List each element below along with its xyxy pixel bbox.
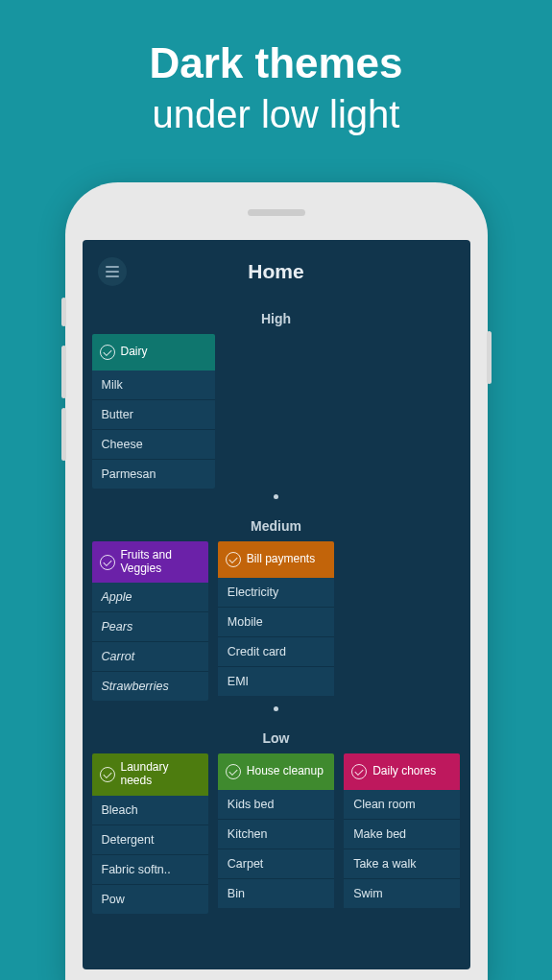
card-title: Daily chores: [372, 765, 436, 778]
list-item[interactable]: Bin: [218, 879, 334, 908]
app-header: Home: [83, 240, 470, 296]
card-daily-chores[interactable]: Daily chores Clean room Make bed Take a …: [344, 753, 460, 914]
card-dairy[interactable]: Dairy Milk Butter Cheese Parmesan: [92, 334, 215, 489]
list-item[interactable]: Electricity: [218, 578, 334, 608]
check-circle-icon: [100, 555, 115, 570]
page-title: Home: [248, 260, 303, 283]
phone-frame: Home High Dairy Milk Butter Cheese Parme…: [65, 182, 488, 980]
card-header[interactable]: Fruits and Veggies: [92, 541, 208, 584]
list-item[interactable]: Bleach: [92, 796, 208, 825]
list-item[interactable]: Swim: [344, 879, 460, 908]
list-item[interactable]: Detergent: [92, 825, 208, 855]
card-fruits-veggies[interactable]: Fruits and Veggies Apple Pears Carrot St…: [92, 541, 208, 702]
phone-volume-up: [61, 346, 66, 398]
list-item[interactable]: Pears: [92, 612, 208, 642]
section-high: High Dairy Milk Butter Cheese Parmesan: [83, 296, 470, 489]
check-circle-icon: [351, 764, 367, 779]
list-item[interactable]: Milk: [92, 370, 215, 400]
section-medium: Medium Fruits and Veggies Apple Pears Ca…: [83, 505, 470, 702]
section-label-high: High: [83, 299, 470, 334]
list-item[interactable]: Parmesan: [92, 460, 215, 489]
list-item[interactable]: Cheese: [92, 430, 215, 460]
section-divider-dot: [274, 706, 278, 711]
card-laundry-needs[interactable]: Laundary needs Bleach Detergent Fabric s…: [92, 753, 208, 914]
phone-mute-button: [61, 298, 66, 326]
card-title: Bill payments: [247, 553, 315, 566]
list-item[interactable]: Take a walk: [344, 849, 460, 879]
card-title: House cleanup: [247, 765, 324, 778]
list-item[interactable]: Carrot: [92, 642, 208, 672]
card-bill-payments[interactable]: Bill payments Electricity Mobile Credit …: [218, 541, 334, 702]
list-item[interactable]: Butter: [92, 400, 215, 430]
list-item[interactable]: Fabric softn..: [92, 855, 208, 885]
list-item[interactable]: Carpet: [218, 849, 334, 879]
hamburger-icon: [106, 266, 119, 268]
card-header[interactable]: Dairy: [92, 334, 215, 370]
list-item[interactable]: Kids bed: [218, 790, 334, 820]
promo-line-2: under low light: [19, 89, 533, 139]
card-header[interactable]: House cleanup: [218, 753, 334, 790]
card-header[interactable]: Laundary needs: [92, 753, 208, 796]
promo-line-1: Dark themes: [19, 38, 533, 89]
list-item[interactable]: Credit card: [218, 637, 334, 667]
promo-banner: Dark themes under low light: [0, 0, 552, 158]
check-circle-icon: [226, 552, 241, 567]
section-divider-dot: [274, 494, 278, 499]
check-circle-icon: [100, 345, 115, 360]
card-header[interactable]: Bill payments: [218, 541, 334, 578]
phone-speaker: [248, 209, 305, 216]
section-low: Low Laundary needs Bleach Detergent Fabr…: [83, 717, 470, 914]
list-item[interactable]: Apple: [92, 583, 208, 612]
list-item[interactable]: Kitchen: [218, 820, 334, 849]
menu-button[interactable]: [98, 257, 127, 286]
card-header[interactable]: Daily chores: [344, 753, 460, 790]
list-item[interactable]: Pow: [92, 885, 208, 914]
card-title: Fruits and Veggies: [121, 549, 201, 576]
card-title: Laundary needs: [121, 761, 201, 788]
list-item[interactable]: Clean room: [344, 790, 460, 820]
section-label-medium: Medium: [83, 507, 470, 541]
phone-power-button: [487, 331, 492, 384]
list-item[interactable]: EMI: [218, 667, 334, 696]
list-item[interactable]: Mobile: [218, 608, 334, 637]
list-item[interactable]: Strawberries: [92, 672, 208, 701]
card-house-cleanup[interactable]: House cleanup Kids bed Kitchen Carpet Bi…: [218, 753, 334, 914]
app-screen: Home High Dairy Milk Butter Cheese Parme…: [83, 240, 470, 969]
section-label-low: Low: [83, 719, 470, 753]
card-title: Dairy: [121, 346, 148, 359]
check-circle-icon: [100, 767, 115, 782]
phone-volume-down: [61, 408, 66, 461]
list-item[interactable]: Make bed: [344, 820, 460, 849]
check-circle-icon: [226, 764, 241, 779]
